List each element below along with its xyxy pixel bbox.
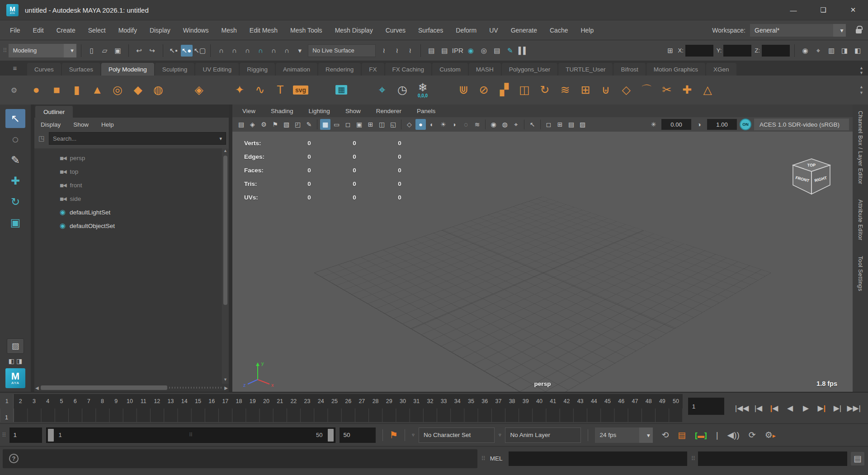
outliner-item-default-object-set[interactable]: ◉ defaultObjectSet (34, 219, 222, 233)
isolate-select-button[interactable]: ▨ (7, 338, 24, 354)
scroll-down-icon[interactable]: ▼ (223, 377, 227, 384)
menu-display[interactable]: Display (143, 27, 177, 34)
bevel-icon[interactable]: ◇ (618, 79, 635, 101)
panel-single-icon[interactable]: ◻ (543, 119, 554, 130)
menu-deform[interactable]: Deform (449, 27, 483, 34)
poly-plane-icon[interactable]: ◆ (129, 79, 146, 101)
safe-action-icon[interactable]: ◫ (377, 119, 387, 130)
menu-generate[interactable]: Generate (505, 27, 543, 34)
scroll-up-icon[interactable]: ▲ (223, 148, 227, 155)
shelf-scroll-arrows[interactable]: ▲▼ (859, 66, 865, 76)
grid-icon[interactable]: ▦ (320, 119, 330, 130)
lock-workspace-icon[interactable] (856, 29, 862, 33)
absolute-transform-icon[interactable]: ⊞ (665, 45, 676, 57)
drag-grip-icon[interactable]: ⠿ (2, 432, 5, 438)
shelf-item[interactable] (312, 79, 330, 101)
outliner-item-default-light-set[interactable]: ◉ defaultLightSet (34, 205, 222, 219)
set-key-icon[interactable]: [▬] (695, 430, 707, 440)
shelf-item[interactable] (211, 79, 228, 101)
resolution-gate-icon[interactable]: ◻ (343, 119, 353, 130)
current-frame-field[interactable]: 1 (688, 398, 724, 415)
delete-history-icon[interactable]: ◷ (394, 79, 411, 101)
isolate-select-icon[interactable]: ◉ (488, 119, 499, 130)
xray-icon[interactable]: ◍ (500, 119, 510, 130)
shelf-tab-polygons-user[interactable]: Polygons_User (502, 63, 558, 76)
pan-zoom-icon[interactable]: ◰ (292, 119, 303, 130)
vp-menu-panels[interactable]: Panels (417, 108, 435, 114)
use-all-lights-icon[interactable]: ☀ (438, 119, 448, 130)
workspace-dropdown[interactable]: General* ▾ (750, 24, 846, 37)
exposure-icon[interactable]: ✳ (648, 119, 659, 130)
bridge-icon[interactable]: ⌒ (638, 79, 655, 101)
poly-sphere-icon[interactable]: ● (28, 79, 45, 101)
separate-icon[interactable]: ⊘ (475, 79, 492, 101)
hik-character-icon[interactable]: ⌖ (812, 45, 824, 57)
gear-icon[interactable]: ⚙ (4, 86, 24, 95)
range-start-handle[interactable] (48, 429, 54, 442)
shelf-tab-rigging[interactable]: Rigging (240, 63, 275, 76)
single-pane-layout-icon[interactable]: ◧ (9, 357, 14, 365)
snap-to-point-icon[interactable]: ∩ (241, 45, 253, 57)
quad-draw-icon[interactable]: ✚ (679, 79, 696, 101)
grease-pencil-icon[interactable]: ✎ (304, 119, 314, 130)
scroll-left-icon[interactable]: ◀ (35, 385, 39, 390)
launch-render-setup-icon[interactable]: ✎ (504, 45, 516, 57)
go-to-end-button[interactable]: ▶▶| (847, 404, 861, 413)
range-end-handle[interactable] (328, 429, 334, 442)
poly-torus-icon[interactable]: ◎ (109, 79, 126, 101)
view-cube[interactable]: TOP FRONT RIGHT (787, 155, 836, 204)
scroll-right-icon[interactable]: ▶ (224, 385, 228, 390)
shelf-item[interactable] (353, 79, 370, 101)
horizontal-scrollbar[interactable]: ◀ ▶ (34, 384, 229, 392)
character-controls-icon[interactable]: ◉ (799, 45, 811, 57)
tab-attribute-editor[interactable]: Attribute Editor (857, 200, 863, 241)
menu-mesh-display[interactable]: Mesh Display (329, 27, 379, 34)
outliner-menu-display[interactable]: Display (41, 121, 61, 128)
snap-to-curve-icon[interactable]: ∩ (228, 45, 240, 57)
undo-icon[interactable]: ↩ (133, 45, 145, 57)
playblast-icon[interactable]: ▤ (678, 430, 686, 440)
smooth-icon[interactable]: ≋ (557, 79, 574, 101)
chevron-down-icon[interactable]: ▾ (294, 45, 306, 57)
select-by-component-icon[interactable]: ↖▢ (194, 45, 206, 57)
panel-four-icon[interactable]: ⊞ (555, 119, 565, 130)
menu-file[interactable]: File (4, 27, 27, 34)
cache-playback-icon[interactable]: ⟳ (749, 430, 756, 440)
outliner-item-top[interactable]: ◼◀ top (34, 165, 222, 178)
snap-to-projected-center-icon[interactable]: ∩ (255, 45, 266, 57)
save-scene-icon[interactable]: ▣ (112, 45, 124, 57)
safe-title-icon[interactable]: ◱ (388, 119, 398, 130)
range-grip-icon[interactable]: ⠿ (189, 432, 192, 438)
channel-box-toggle-icon[interactable]: ▥ (826, 45, 837, 57)
shelf-tab-mash[interactable]: MASH (469, 63, 501, 76)
camera-attributes-icon[interactable]: ⚙ (259, 119, 269, 130)
construction-history-icon[interactable]: ≀ (404, 45, 416, 57)
center-pivot-icon[interactable]: ⌖ (373, 79, 391, 101)
platonic-solid-icon[interactable]: ◈ (190, 79, 208, 101)
field-chart-icon[interactable]: ⊞ (365, 119, 376, 130)
shadows-icon[interactable]: ◗ (449, 119, 460, 130)
mute-audio-icon[interactable]: ◀)) (727, 430, 740, 440)
poly-type-icon[interactable]: T (272, 79, 289, 101)
bookmark-icon[interactable]: ⚑ (270, 119, 280, 130)
menu-mesh-tools[interactable]: Mesh Tools (284, 27, 329, 34)
shelf-menu-icon[interactable]: ≡ (13, 64, 17, 72)
maximize-button[interactable]: ❏ (808, 0, 838, 20)
vp-menu-view[interactable]: View (242, 108, 255, 114)
render-current-frame-icon[interactable]: ▤ (439, 45, 450, 57)
shelf-tab-rendering[interactable]: Rendering (318, 63, 361, 76)
tool-settings-toggle-icon[interactable]: ◧ (852, 45, 863, 57)
vp-menu-renderer[interactable]: Renderer (376, 108, 401, 114)
select-by-object-icon[interactable]: ↖● (181, 45, 193, 57)
menu-uv[interactable]: UV (483, 27, 504, 34)
play-forwards-button[interactable]: ▶ (799, 404, 812, 413)
exposure-field[interactable]: 0.00 (661, 119, 691, 130)
xray-joints-icon[interactable]: ⌖ (511, 119, 521, 130)
outliner-item-side[interactable]: ◼◀ side (34, 192, 222, 205)
expand-panel-icon[interactable]: ◳ (37, 134, 46, 142)
chevron-down-icon[interactable]: ▾ (219, 136, 222, 142)
live-surface-field[interactable]: No Live Surface (308, 44, 376, 57)
step-back-frame-button[interactable]: |◀ (752, 404, 764, 413)
render-sequence-icon[interactable]: ▤ (491, 45, 503, 57)
panel-splitter[interactable] (229, 104, 232, 392)
